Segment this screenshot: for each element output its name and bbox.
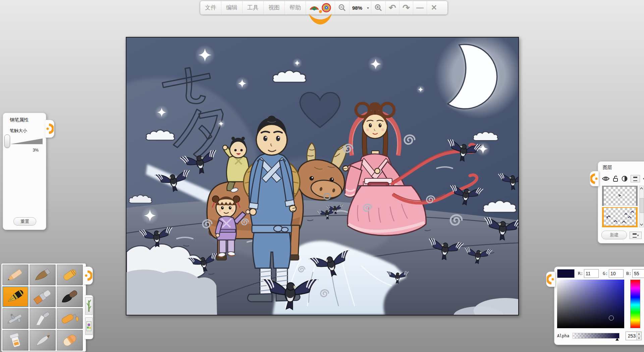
logo-right-eye-icon [321,2,332,12]
logo-nose-icon [319,10,322,13]
menu-tools[interactable]: 工具 [243,1,264,14]
new-layer-button[interactable]: 新建 [601,231,627,239]
list-icon [633,177,637,181]
brush-tool-palette [1,263,86,352]
bamboo-icon [87,299,91,313]
scroll-down-icon[interactable] [639,222,644,227]
close-icon: ✕ [431,3,437,12]
zoom-dropdown-button[interactable]: ▾ [365,1,371,14]
brush-size-slider-track[interactable] [10,138,43,144]
scrollbar-thumb[interactable] [640,198,644,213]
g-label: G: [603,271,608,276]
stamp-tool-strip [85,295,93,339]
b-label: B: [626,271,632,276]
tool-liner-brush[interactable] [30,330,56,351]
menu-file[interactable]: 文件 [200,1,221,14]
brush-size-slider-thumb[interactable] [4,134,10,148]
color-swatch [557,269,575,278]
reset-button[interactable]: 重置 [13,217,36,226]
spinner-up-icon[interactable]: ▲ [637,332,641,336]
tool-airbrush[interactable] [2,308,29,329]
alpha-value-box: 253 ▲ ▼ [626,332,642,340]
layers-panel: 图层 ▾ [598,161,644,243]
drawing-canvas[interactable]: 七夕 [126,37,519,315]
layers-panel-collapse-tab[interactable] [590,171,599,186]
tool-fountain-pen[interactable] [2,286,29,307]
close-button[interactable]: ✕ [427,1,441,14]
paint-app-window: 七夕 [0,0,644,352]
caret-down-icon: ▾ [637,234,639,237]
alpha-label: Alpha [557,334,569,338]
hue-bar[interactable] [630,280,640,328]
picture-stamp-icon [86,319,92,333]
alpha-value[interactable]: 253 [626,333,636,339]
layers-scrollbar[interactable] [639,186,644,227]
tool-ink-brush[interactable] [57,286,83,307]
zoom-out-icon [338,4,346,12]
layer-thumbnail-selected[interactable] [602,207,638,227]
scroll-up-icon[interactable] [639,186,644,191]
tab-handle-icon [547,273,555,286]
sv-square[interactable] [557,280,624,328]
undo-icon: ↶ [389,3,396,13]
pen-properties-panel: 钢笔属性 笔触大小 3% 重置 [3,113,46,230]
list-icon [633,233,637,238]
tool-palette-knife[interactable] [30,308,56,329]
layer-visibility-eye-icon[interactable] [602,176,609,181]
logo-mouth-icon [308,13,333,25]
layer-opacity-icon[interactable] [622,176,628,182]
menu-edit[interactable]: 编辑 [221,1,243,14]
layer-lock-icon[interactable] [612,175,619,182]
layers-options-button[interactable]: ▾ [630,232,642,239]
bamboo-stamp-button[interactable] [85,297,93,315]
tool-crayon[interactable] [57,265,83,285]
r-input[interactable] [584,269,599,278]
app-logo [306,1,335,14]
tool-palette-collapse-tab[interactable] [84,267,93,285]
tool-wood-pencil[interactable] [30,265,56,285]
layer-menu-button[interactable] [631,175,640,182]
logo-left-eye-icon [309,2,320,12]
spinner-down-icon[interactable]: ▼ [637,336,641,340]
tool-flat-brush[interactable] [30,286,56,307]
pen-panel-title: 钢笔属性 [10,117,29,123]
color-picker-panel: R: G: B: Alpha 253 ▲ ▼ [554,267,644,345]
undo-button[interactable]: ↶ [386,1,399,14]
zoom-in-icon [374,4,382,12]
picture-stamp-button[interactable] [85,317,93,335]
tool-paint-jar[interactable] [2,330,29,351]
alpha-spinner: ▲ ▼ [636,332,641,340]
zoom-level-value: 98% [350,1,365,14]
alpha-slider-marker[interactable] [615,338,619,341]
r-label: R: [578,271,583,276]
main-toolbar: 文件 编辑 工具 视图 帮助 [200,1,448,15]
tab-handle-icon [590,172,598,185]
color-panel-collapse-tab[interactable] [546,272,555,287]
g-input[interactable] [609,269,624,278]
alpha-slider[interactable] [573,333,620,339]
tool-pencil[interactable] [2,265,29,285]
tab-handle-icon [46,122,54,135]
minimize-button[interactable]: — [413,1,427,14]
redo-button[interactable]: ↷ [399,1,413,14]
caret-down-icon: ▾ [367,6,369,10]
layers-panel-title: 图层 [603,165,612,171]
pen-panel-collapse-tab[interactable] [45,120,54,138]
minimize-icon: — [416,3,424,12]
menu-help[interactable]: 帮助 [285,1,306,14]
qixi-illustration [126,38,518,315]
b-input[interactable] [632,269,644,278]
tool-eraser[interactable] [57,330,83,351]
brush-size-value: 3% [3,148,39,153]
tab-handle-icon [84,269,92,282]
redo-icon: ↷ [402,3,410,13]
layer-thumbnail-top[interactable] [602,186,638,206]
brush-size-label: 笔触大小 [10,128,27,134]
menu-view[interactable]: 视图 [264,1,285,14]
zoom-in-button[interactable] [371,1,386,14]
zoom-out-button[interactable] [335,1,350,14]
sv-cursor[interactable] [609,315,614,320]
tool-paint-roller[interactable] [57,308,83,329]
